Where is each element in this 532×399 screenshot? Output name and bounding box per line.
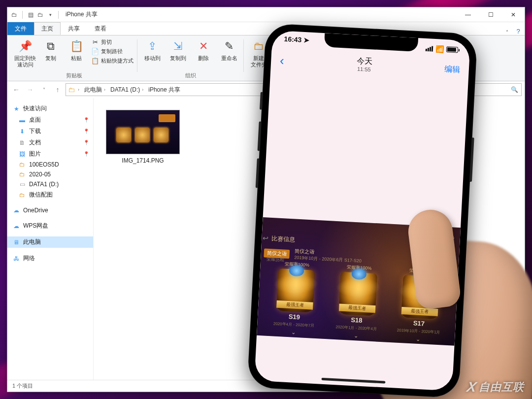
- photos-edit-button[interactable]: 编辑: [444, 64, 460, 75]
- nav-desktop[interactable]: ▬桌面📍: [7, 114, 93, 126]
- qat-open-icon[interactable]: 🗀: [36, 11, 44, 19]
- qat-dropdown-icon[interactable]: ▾: [46, 11, 54, 19]
- pin-icon: 📍: [83, 140, 89, 145]
- nav-up-button[interactable]: ↑: [52, 84, 64, 96]
- nav-wechat[interactable]: 🗀微信配图: [7, 189, 93, 200]
- pc-icon: 🖥: [12, 239, 20, 246]
- minimize-button[interactable]: —: [457, 7, 479, 22]
- star-icon: ★: [12, 105, 20, 112]
- nav-network[interactable]: 🖧网络: [7, 253, 93, 264]
- paste-button[interactable]: 📋 粘贴: [65, 37, 88, 67]
- cut-button[interactable]: ✂剪切: [90, 37, 134, 46]
- pin-icon: 📍: [83, 129, 89, 134]
- paste-label: 粘贴: [71, 55, 82, 62]
- pin-icon: 📍: [83, 117, 89, 123]
- desktop-icon: ▬: [18, 117, 26, 124]
- copy-button[interactable]: ⧉ 复制: [39, 37, 63, 67]
- folder-icon: 🗀: [18, 171, 26, 178]
- phone-overlay: 16:43 ➤ 📶 ‹ 今天 11:55 编辑: [246, 23, 522, 399]
- nav-onedrive[interactable]: ☁OneDrive: [7, 205, 93, 215]
- file-item[interactable]: IMG_1714.PNG: [103, 110, 182, 164]
- tab-share[interactable]: 共享: [61, 22, 87, 35]
- chevron-down-icon: ⌄: [291, 329, 296, 335]
- organize-group-label: 组织: [185, 71, 196, 81]
- copy-label: 复制: [45, 55, 56, 62]
- nav-folder-2[interactable]: 🗀2020-05: [7, 169, 93, 179]
- nav-documents[interactable]: 🗎文档📍: [7, 137, 93, 148]
- breadcrumb-seg-0[interactable]: 此电脑›: [81, 84, 107, 96]
- nav-pictures[interactable]: 🖼图片📍: [7, 148, 93, 160]
- copy-to-button[interactable]: ⇲复制到: [166, 37, 190, 62]
- paste-icon: 📋: [68, 38, 84, 54]
- pictures-icon: 🖼: [18, 151, 26, 158]
- chevron-down-icon: ⌄: [353, 332, 358, 339]
- chevron-down-icon: ⌄: [416, 336, 421, 342]
- watermark-x-icon: X: [466, 379, 478, 395]
- drive-icon: ▭: [18, 181, 26, 188]
- nav-downloads[interactable]: ⬇下载📍: [7, 126, 93, 137]
- pin-icon: 📌: [17, 38, 33, 54]
- cloud-icon: ☁: [12, 207, 20, 214]
- nav-drive[interactable]: ▭DATA1 (D:): [7, 179, 93, 189]
- downloads-icon: ⬇: [18, 128, 26, 135]
- help-button[interactable]: ?: [512, 28, 525, 35]
- nav-recent-button[interactable]: ˅: [38, 84, 50, 96]
- game-badge-0: 荣耀率100% 最强王者 S19 2020年4月 - 2020年7月 ⌄: [266, 260, 325, 337]
- tab-home[interactable]: 主页: [34, 22, 61, 35]
- nav-forward-button[interactable]: →: [24, 84, 36, 96]
- documents-icon: 🗎: [18, 139, 26, 146]
- rename-button[interactable]: ✎重命名: [217, 37, 241, 62]
- copy-path-icon: 📄: [91, 47, 99, 55]
- close-button[interactable]: ✕: [502, 7, 525, 22]
- battery-icon: [446, 46, 459, 53]
- game-badge-1: 荣耀率100% 最强王者 S18 2020年1月 - 2020年4月 ⌄: [328, 264, 387, 341]
- wifi-icon: 📶: [435, 45, 444, 53]
- copy-icon: ⧉: [43, 38, 59, 54]
- move-to-icon: ⇪: [144, 38, 160, 54]
- cut-icon: ✂: [91, 38, 99, 46]
- photos-title: 今天: [356, 57, 372, 66]
- nav-back-button[interactable]: ←: [10, 84, 22, 96]
- photos-back-button[interactable]: ‹: [280, 53, 285, 68]
- breadcrumb-seg-1[interactable]: DATA1 (D:)›: [107, 84, 145, 96]
- window-title: iPhone 共享: [64, 10, 98, 19]
- delete-button[interactable]: ✕删除: [192, 37, 215, 62]
- network-icon: 🖧: [12, 255, 20, 262]
- nav-pane: ★快速访问 ▬桌面📍 ⬇下载📍 🗎文档📍 🖼图片📍 🗀100EOS5D 🗀202…: [7, 98, 94, 380]
- paste-shortcut-icon: 📋: [91, 57, 99, 65]
- pin-to-quick-access-button[interactable]: 📌 固定到快 速访问: [13, 37, 37, 67]
- address-folder-icon: 🗀: [66, 86, 75, 94]
- nav-this-pc[interactable]: 🖥此电脑: [7, 236, 93, 248]
- status-item-count: 1 个项目: [12, 382, 33, 390]
- titlebar: 🗀 ▤ 🗀 ▾ iPhone 共享 — ☐ ✕: [7, 7, 525, 22]
- cloud-icon: ☁: [12, 223, 20, 230]
- photos-subtitle: 11:55: [356, 66, 372, 72]
- game-back-icon: ↩: [263, 234, 269, 242]
- copy-path-button[interactable]: 📄复制路径: [90, 47, 134, 56]
- iphone-frame: 16:43 ➤ 📶 ‹ 今天 11:55 编辑: [247, 23, 478, 398]
- pin-icon: 📍: [83, 151, 89, 157]
- folder-icon: 🗀: [18, 161, 26, 168]
- nav-wps[interactable]: ☁WPS网盘: [7, 220, 93, 232]
- copy-to-icon: ⇲: [170, 38, 186, 54]
- maximize-button[interactable]: ☐: [479, 7, 502, 22]
- signal-icon: [426, 45, 433, 51]
- nav-folder-1[interactable]: 🗀100EOS5D: [7, 160, 93, 169]
- move-to-button[interactable]: ⇪移动到: [140, 37, 164, 62]
- pin-label: 固定到快 速访问: [14, 55, 36, 67]
- delete-icon: ✕: [196, 38, 211, 54]
- breadcrumb-seg-2[interactable]: iPhone 共享: [145, 84, 182, 96]
- file-name: IMG_1714.PNG: [122, 157, 164, 164]
- clipboard-group-label: 剪贴板: [66, 71, 82, 81]
- rename-icon: ✎: [221, 38, 237, 54]
- ribbon-collapse-button[interactable]: ˄: [502, 30, 512, 35]
- nav-quick-access[interactable]: ★快速访问: [7, 103, 93, 114]
- qat-properties-icon[interactable]: ▤: [27, 11, 34, 19]
- tab-view[interactable]: 查看: [87, 22, 114, 35]
- paste-shortcut-button[interactable]: 📋粘贴快捷方式: [90, 56, 134, 65]
- watermark: X 自由互联: [467, 379, 524, 395]
- home-indicator[interactable]: [321, 378, 385, 384]
- location-icon: ➤: [303, 36, 310, 44]
- tab-file[interactable]: 文件: [7, 22, 34, 35]
- phone-time: 16:43 ➤: [284, 35, 310, 48]
